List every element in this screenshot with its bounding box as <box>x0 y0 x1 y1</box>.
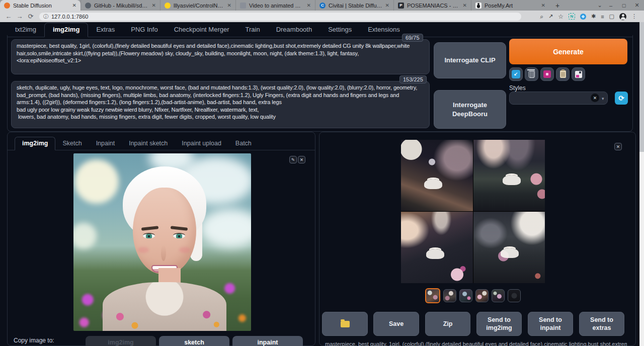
cloud <box>200 209 251 248</box>
send-to-img2img-button[interactable]: Send to img2img <box>476 312 522 336</box>
extensions-puzzle-icon[interactable]: ✱ <box>591 13 596 20</box>
gallery-thumbnail-selected[interactable] <box>425 288 440 303</box>
site-info-icon[interactable]: ⓘ <box>43 13 48 20</box>
page-scrollbar-thumb[interactable] <box>639 22 644 152</box>
tab-extensions[interactable]: Extensions <box>360 23 408 37</box>
copy-to-img2img-button[interactable]: img2img <box>86 336 156 346</box>
tab-settings[interactable]: Settings <box>320 23 360 37</box>
tab-title: Video to animated GIF converter <box>249 3 304 9</box>
gallery-thumbnail[interactable] <box>508 289 521 302</box>
subtab-inpaint-sketch[interactable]: Inpaint sketch <box>122 137 175 150</box>
subtab-inpaint[interactable]: Inpaint <box>89 137 122 150</box>
remove-image-icon[interactable]: ✕ <box>298 156 305 163</box>
subtab-sketch[interactable]: Sketch <box>55 137 89 150</box>
webui-page: txt2img img2img Extras PNG Info Checkpoi… <box>0 22 644 346</box>
gallery-quadrant-4 <box>473 212 545 283</box>
gallery-quadrant-3 <box>401 212 473 283</box>
tab-close-icon[interactable]: ✕ <box>307 3 311 8</box>
subtab-img2img[interactable]: img2img <box>15 137 55 150</box>
stable-diffusion-favicon <box>4 3 10 9</box>
forward-button[interactable]: → <box>14 13 25 20</box>
huggingface-favicon <box>165 3 171 9</box>
styles-label: Styles <box>509 84 526 92</box>
zip-button[interactable]: Zip <box>425 312 470 336</box>
tab-close-icon[interactable]: ✕ <box>72 3 76 8</box>
new-tab-button[interactable]: + <box>552 1 562 11</box>
close-gallery-icon[interactable]: ✕ <box>614 143 622 150</box>
blush <box>138 247 149 253</box>
zoom-icon[interactable]: ⌕ <box>540 13 543 20</box>
negative-prompt-textarea[interactable]: sketch, duplicate, ugly, huge eyes, text… <box>11 81 430 128</box>
tab-search-icon[interactable]: ⌄ <box>595 0 605 11</box>
styles-caret-icon[interactable]: ▾ <box>602 96 604 101</box>
gallery-thumbnail[interactable] <box>475 289 489 302</box>
url-text: 127.0.0.1:7860 <box>51 14 88 20</box>
copy-to-inpaint-button[interactable]: inpaint <box>232 336 303 346</box>
tab-close-icon[interactable]: ✕ <box>152 3 156 8</box>
gif-converter-favicon <box>240 3 246 9</box>
tab-close-icon[interactable]: ✕ <box>463 3 467 8</box>
window-minimize-button[interactable]: – <box>606 0 616 11</box>
tab-title: POSEMANIACS - Royalty free 3 <box>407 3 460 9</box>
extra-networks-button[interactable] <box>540 67 554 81</box>
tab-dreambooth[interactable]: Dreambooth <box>268 23 320 37</box>
tab-groups-icon[interactable]: ≡ <box>601 14 604 20</box>
tab-close-icon[interactable]: ✕ <box>541 3 545 8</box>
toolbar-icons: ⌕ ↗ ☆ N ✱ ≡ ▢ ⋮ <box>540 11 637 22</box>
copy-to-sketch-button[interactable]: sketch <box>159 336 229 346</box>
browser-tab-civitai[interactable]: C Civitai | Stable Diffusion models ✕ <box>315 0 393 11</box>
nose <box>161 245 166 261</box>
browser-tab-gif-converter[interactable]: Video to animated GIF converter ✕ <box>235 0 315 11</box>
generate-button[interactable]: Generate <box>509 39 627 64</box>
browser-tab-github[interactable]: GitHub - Mikubill/sd-webui-con ✕ <box>80 0 160 11</box>
side-panel-icon[interactable]: ▢ <box>609 13 614 20</box>
interrogate-deepbooru-button[interactable]: Interrogate DeepBooru <box>434 90 506 129</box>
subtab-inpaint-upload[interactable]: Inpaint upload <box>175 137 228 150</box>
tab-train[interactable]: Train <box>237 23 268 37</box>
gallery-thumbnail[interactable] <box>492 289 505 302</box>
reload-button[interactable]: ⟳ <box>25 13 36 20</box>
share-icon[interactable]: ↗ <box>548 13 553 20</box>
extension-circle-icon[interactable] <box>580 14 586 20</box>
tab-close-icon[interactable]: ✕ <box>227 3 231 8</box>
window-close-button[interactable]: ✕ <box>632 0 642 11</box>
gallery-thumbnail[interactable] <box>459 289 472 302</box>
styles-clear-icon[interactable]: ✕ <box>591 94 599 102</box>
send-to-extras-button[interactable]: Send to extras <box>579 312 624 336</box>
apply-style-button[interactable] <box>556 67 570 81</box>
browser-menu-icon[interactable]: ⋮ <box>631 13 637 20</box>
profile-avatar[interactable] <box>619 13 626 20</box>
save-style-button[interactable] <box>572 67 585 81</box>
bookmark-star-icon[interactable]: ☆ <box>558 13 564 20</box>
browser-tab-stable-diffusion[interactable]: Stable Diffusion ✕ <box>0 0 80 11</box>
tab-png-info[interactable]: PNG Info <box>123 23 166 37</box>
save-button[interactable]: Save <box>373 312 419 336</box>
subtab-batch[interactable]: Batch <box>228 137 259 150</box>
open-folder-button[interactable] <box>322 312 368 336</box>
window-maximize-button[interactable]: ▢ <box>619 0 629 11</box>
extension-n-icon[interactable]: N <box>569 13 575 20</box>
tab-close-icon[interactable]: ✕ <box>385 3 389 8</box>
tab-txt2img[interactable]: txt2img <box>7 23 44 37</box>
gallery-image[interactable] <box>401 140 545 283</box>
github-favicon <box>85 3 91 9</box>
read-parameters-button[interactable]: ↙ <box>509 67 523 81</box>
source-image[interactable] <box>73 153 251 331</box>
send-to-inpaint-button[interactable]: Send to inpaint <box>528 312 573 336</box>
prompt-textarea[interactable]: masterpiece, best quality, 1girl, (color… <box>11 39 430 74</box>
edit-image-icon[interactable]: ✎ <box>289 156 297 163</box>
clear-prompt-button[interactable] <box>525 67 538 81</box>
back-button[interactable]: ← <box>3 13 14 20</box>
tab-checkpoint-merger[interactable]: Checkpoint Merger <box>166 23 237 37</box>
floppy-disk-icon <box>575 71 582 78</box>
browser-tab-posemaniacs[interactable]: P POSEMANIACS - Royalty free 3 ✕ <box>393 0 471 11</box>
browser-tab-controlnet[interactable]: lllyasviel/ControlNet at main ✕ <box>160 0 235 11</box>
tab-extras[interactable]: Extras <box>88 23 123 37</box>
gallery-thumbnail[interactable] <box>443 289 456 302</box>
browser-tab-posemy-art[interactable]: PoseMy.Art ✕ <box>471 0 549 11</box>
tab-title: Civitai | Stable Diffusion models <box>329 3 382 9</box>
refresh-styles-button[interactable]: ⟳ <box>615 92 628 105</box>
blush <box>179 247 190 253</box>
address-bar[interactable]: ⓘ 127.0.0.1:7860 <box>39 13 521 21</box>
interrogate-clip-button[interactable]: Interrogate CLIP <box>434 42 506 78</box>
